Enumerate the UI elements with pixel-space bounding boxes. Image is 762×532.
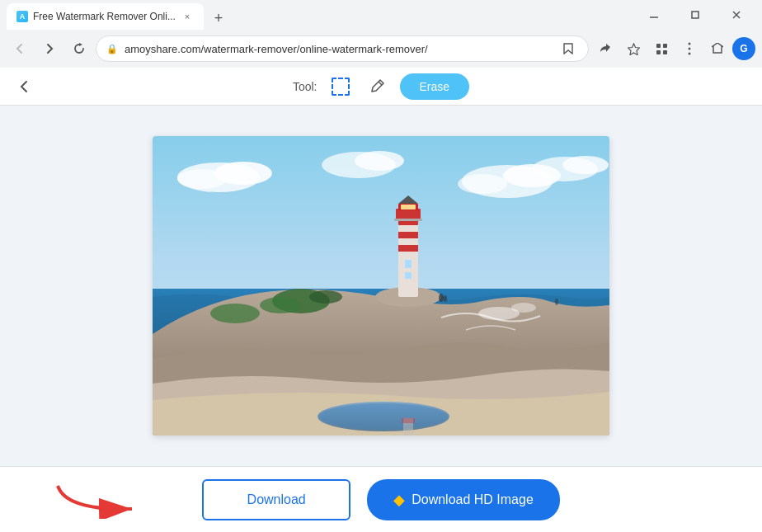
svg-marker-5: [628, 44, 639, 55]
profile-initial: G: [740, 43, 747, 54]
svg-point-10: [689, 43, 691, 45]
bookmark-icon[interactable]: [558, 39, 578, 59]
action-bar: Download ◆ Download HD Image: [0, 466, 762, 532]
tab-search-icon[interactable]: [704, 35, 731, 62]
share-icon[interactable]: [592, 35, 619, 62]
back-nav-button[interactable]: [7, 35, 33, 62]
svg-point-50: [555, 299, 558, 305]
forward-nav-button[interactable]: [36, 35, 63, 62]
tool-label: Tool:: [293, 80, 318, 93]
svg-point-27: [319, 403, 448, 430]
tab-title: Free Watermark Remover Onli...: [33, 11, 176, 22]
svg-point-31: [260, 297, 301, 313]
profile-button[interactable]: G: [732, 37, 755, 60]
new-tab-button[interactable]: +: [207, 7, 230, 30]
tab-favicon: A: [16, 11, 28, 22]
svg-rect-43: [401, 205, 416, 210]
svg-point-33: [210, 304, 260, 323]
svg-point-29: [511, 303, 536, 313]
arrow-indicator: [49, 478, 148, 522]
star-icon[interactable]: [620, 35, 647, 62]
browser-tab[interactable]: A Free Watermark Remover Onli... ×: [7, 3, 204, 30]
tab-close-button[interactable]: ×: [181, 10, 194, 23]
svg-point-22: [458, 174, 507, 194]
svg-rect-47: [402, 418, 415, 423]
svg-point-49: [444, 295, 447, 302]
diamond-icon: ◆: [393, 491, 405, 509]
svg-rect-9: [663, 50, 667, 54]
brush-tool-button[interactable]: [364, 73, 390, 100]
download-hd-label: Download HD Image: [412, 492, 534, 507]
minimize-button[interactable]: [635, 2, 673, 28]
svg-point-12: [689, 53, 691, 55]
download-hd-button[interactable]: ◆ Download HD Image: [367, 479, 560, 520]
svg-rect-37: [398, 232, 418, 238]
svg-point-19: [355, 151, 404, 171]
extensions-icon[interactable]: [648, 35, 675, 62]
svg-point-17: [177, 169, 227, 189]
browser-menu-icon[interactable]: [676, 35, 703, 62]
maximize-button[interactable]: [676, 2, 714, 28]
svg-rect-39: [405, 260, 412, 268]
svg-rect-38: [398, 245, 418, 252]
svg-point-32: [309, 290, 342, 304]
erase-button[interactable]: Erase: [400, 73, 470, 100]
svg-point-48: [439, 294, 444, 302]
close-button[interactable]: [717, 2, 755, 28]
main-image: [153, 136, 609, 435]
svg-point-11: [689, 48, 691, 50]
svg-line-13: [379, 82, 382, 85]
svg-rect-1: [692, 12, 698, 18]
app-back-button[interactable]: [13, 75, 36, 98]
svg-rect-35: [398, 219, 418, 297]
download-button[interactable]: Download: [202, 479, 350, 520]
svg-rect-41: [396, 209, 421, 220]
reload-button[interactable]: [66, 35, 92, 62]
brush-icon: [369, 78, 385, 95]
svg-rect-45: [394, 219, 422, 221]
svg-rect-8: [656, 50, 661, 54]
image-canvas: [136, 106, 626, 466]
selection-tool-button[interactable]: [327, 73, 354, 100]
lock-icon: 🔒: [106, 44, 118, 54]
svg-rect-40: [405, 272, 412, 279]
selection-icon: [332, 78, 350, 96]
url-text: amoyshare.com/watermark-remover/online-w…: [125, 43, 552, 55]
address-bar[interactable]: 🔒 amoyshare.com/watermark-remover/online…: [96, 35, 589, 62]
svg-rect-6: [656, 44, 661, 48]
svg-rect-7: [663, 44, 667, 48]
svg-marker-4: [564, 44, 572, 54]
svg-point-24: [562, 156, 609, 174]
